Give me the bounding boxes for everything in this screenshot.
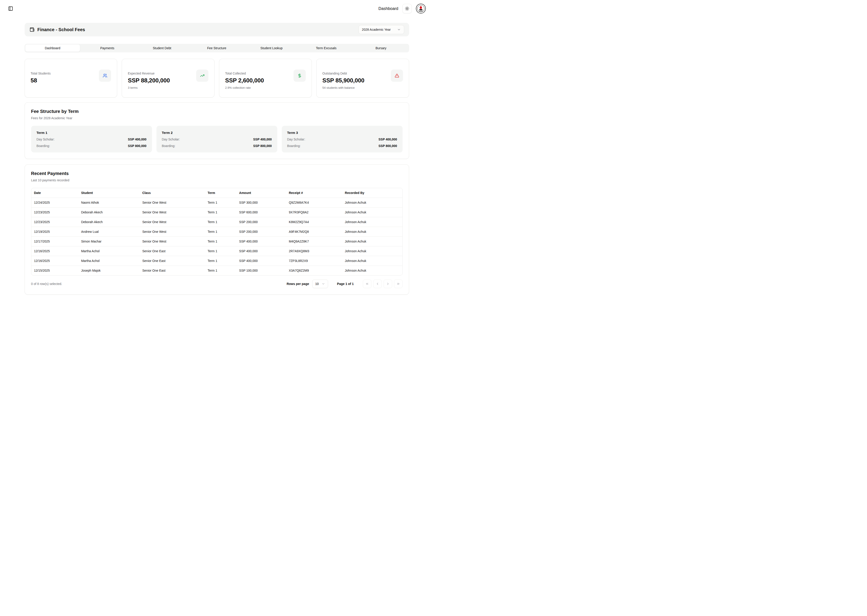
cell-date: 12/17/2025 [31,236,79,246]
cell-amount: SSP 200,000 [236,217,286,227]
school-logo-avatar[interactable] [416,4,426,14]
chevron-left-icon [376,282,379,286]
tab-fee-structure[interactable]: Fee Structure [189,44,244,52]
cell-date: 12/23/2025 [31,207,79,217]
academic-year-value: 2028 Academic Year [362,28,391,31]
stat-card-total-students: Total Students 58 [25,59,118,97]
module-header-band: Finance - School Fees 2028 Academic Year [25,23,409,36]
table-row[interactable]: 12/16/2025 Martha Achol Senior One East … [31,246,402,256]
cell-date: 12/16/2025 [31,246,79,256]
cell-receipt: 2R7A9XQ8M3 [286,246,342,256]
table-row[interactable]: 12/24/2025 Naomi Athok Senior One West T… [31,198,402,207]
chevrons-left-icon [365,282,369,286]
table-row[interactable]: 12/23/2025 Deborah Akech Senior One West… [31,207,402,217]
cell-receipt: M4Q9A2Z8K7 [286,236,342,246]
cell-student: Andrew Lual [79,227,140,236]
tab-payments[interactable]: Payments [80,44,135,52]
table-row[interactable]: 12/16/2025 Martha Achol Senior One East … [31,256,402,266]
Term 2: Term 2 Day Scholar: SSP 400,000 Boarding… [157,126,277,152]
cell-term: Term 1 [205,198,236,207]
last-page-button[interactable] [394,280,402,288]
column-header: Amount [236,188,286,198]
rows-per-page-value: 10 [315,282,319,286]
pagination-controls [363,280,402,288]
stat-value: SSP 88,200,000 [128,77,170,84]
day-scholar-row: Day Scholar: SSP 400,000 [36,138,146,141]
boarding-row: Boarding: SSP 800,000 [162,144,272,148]
stat-card-expected-revenue: Expected Revenue SSP 88,200,000 3 terms [122,59,215,97]
selection-status: 0 of 8 row(s) selected. [31,282,62,286]
page-title: Dashboard [379,6,398,11]
next-page-button[interactable] [383,280,392,288]
recent-payments-subtitle: Last 10 payments recorded [31,178,402,182]
dollar-sign-icon [294,69,306,82]
chevron-down-icon [397,28,401,31]
column-header: Date [31,188,79,198]
rows-per-page-label: Rows per page [286,282,309,286]
cell-term: Term 1 [205,227,236,236]
day-scholar-row: Day Scholar: SSP 400,000 [162,138,272,141]
cell-student: Martha Achol [79,256,140,266]
table-footer: 0 of 8 row(s) selected. Rows per page 10… [31,280,402,288]
table-footer-right: Rows per page 10 Page 1 of 1 [286,280,402,288]
fee-structure-title: Fee Structure by Term [31,109,402,114]
tab-student-debt[interactable]: Student Debt [135,44,189,52]
cell-class: Senior One East [140,246,205,256]
cell-term: Term 1 [205,207,236,217]
boarding-row: Boarding: SSP 800,000 [36,144,146,148]
fee-structure-section: Fee Structure by Term Fees for 2028 Acad… [25,102,409,159]
panel-left-icon [8,6,13,11]
chevron-down-icon [322,282,325,286]
tab-term-excusals[interactable]: Term Excusals [299,44,353,52]
stat-text: Expected Revenue SSP 88,200,000 3 terms [128,72,170,97]
stat-label: Expected Revenue [128,72,170,75]
chevron-right-icon [386,282,390,286]
cell-amount: SSP 400,000 [236,236,286,246]
tab-student-lookup[interactable]: Student Lookup [244,44,299,52]
chevrons-right-icon [396,282,400,286]
table-row[interactable]: 12/19/2025 Andrew Lual Senior One West T… [31,227,402,236]
topbar-right: Dashboard [379,4,426,14]
cell-term: Term 1 [205,236,236,246]
stats-row: Total Students 58 Expected Revenue SSP 8… [25,59,409,97]
previous-page-button[interactable] [373,280,382,288]
recent-payments-title: Recent Payments [31,171,402,176]
payments-table: Date Student Class Term Amount Receipt # [31,188,402,275]
Term 3: Term 3 Day Scholar: SSP 400,000 Boarding… [282,126,402,152]
cell-receipt: A9F4K7M2Q8 [286,227,342,236]
cell-recorded-by: Johnson Achuk [342,246,402,256]
rows-per-page-select[interactable]: 10 [312,280,328,288]
column-header: Receipt # [286,188,342,198]
cell-term: Term 1 [205,246,236,256]
cell-student: Joseph Majok [79,266,140,275]
table-row[interactable]: 12/23/2025 Deborah Akech Senior One West… [31,217,402,227]
cell-term: Term 1 [205,266,236,275]
stat-sub: 54 students with balance [322,86,364,90]
tab-bursary[interactable]: Bursary [353,44,408,52]
stat-value: SSP 2,600,000 [225,77,264,84]
academic-year-select[interactable]: 2028 Academic Year [358,25,404,34]
Term 1: Term 1 Day Scholar: SSP 400,000 Boarding… [31,126,152,152]
tab-dashboard[interactable]: Dashboard [25,44,80,52]
recent-payments-section: Recent Payments Last 10 payments recorde… [25,164,409,295]
sidebar-toggle-button[interactable] [7,5,14,13]
main-content: Finance - School Fees 2028 Academic Year… [25,23,409,295]
table-row[interactable]: 12/17/2025 Simon Machar Senior One West … [31,236,402,246]
cell-amount: SSP 100,000 [236,266,286,275]
cell-term: Term 1 [205,256,236,266]
boarding-row: Boarding: SSP 800,000 [287,144,397,148]
cell-student: Martha Achol [79,246,140,256]
cell-recorded-by: Johnson Achuk [342,256,402,266]
table-row[interactable]: 12/15/2025 Joseph Majok Senior One East … [31,266,402,275]
cell-date: 12/23/2025 [31,217,79,227]
fee-structure-subtitle: Fees for 2028 Academic Year [31,116,402,120]
users-icon [99,69,111,82]
stat-sub: 2.9% collection rate [225,86,264,90]
stat-value: SSP 85,900,000 [322,77,364,84]
cell-recorded-by: Johnson Achuk [342,217,402,227]
cell-student: Deborah Akech [79,207,140,217]
column-header: Student [79,188,140,198]
first-page-button[interactable] [363,280,371,288]
cell-class: Senior One East [140,256,205,266]
theme-toggle-button[interactable] [402,4,412,13]
